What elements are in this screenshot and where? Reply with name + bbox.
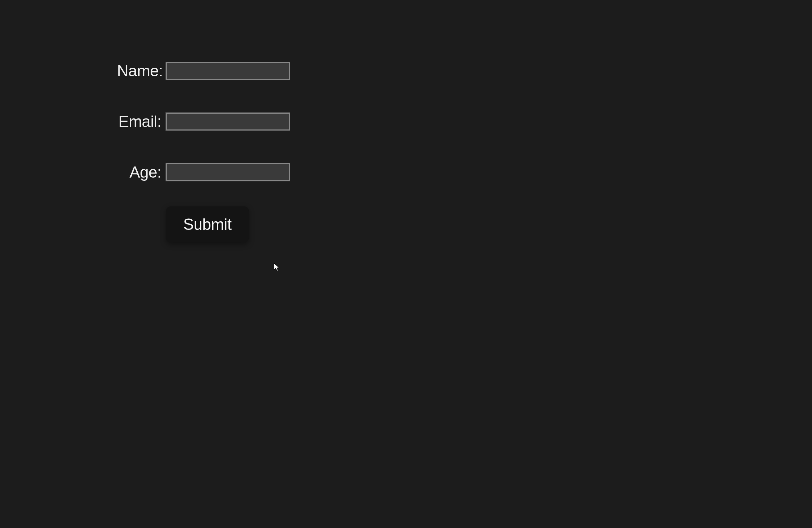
cursor-icon (274, 263, 280, 272)
submit-wrap: Submit (166, 206, 249, 242)
name-input[interactable] (166, 62, 290, 80)
age-label: Age: (117, 163, 161, 181)
email-input[interactable] (166, 113, 290, 130)
form: Name: Email: Age: (117, 62, 307, 214)
form-row-age: Age: (117, 163, 307, 181)
form-row-email: Email: (117, 112, 307, 131)
submit-button[interactable]: Submit (166, 206, 249, 242)
page: Name: Email: Age: Submit (0, 0, 812, 528)
age-input[interactable] (166, 163, 290, 181)
email-label: Email: (117, 112, 161, 131)
name-label: Name: (117, 62, 161, 80)
form-row-name: Name: (117, 62, 307, 80)
